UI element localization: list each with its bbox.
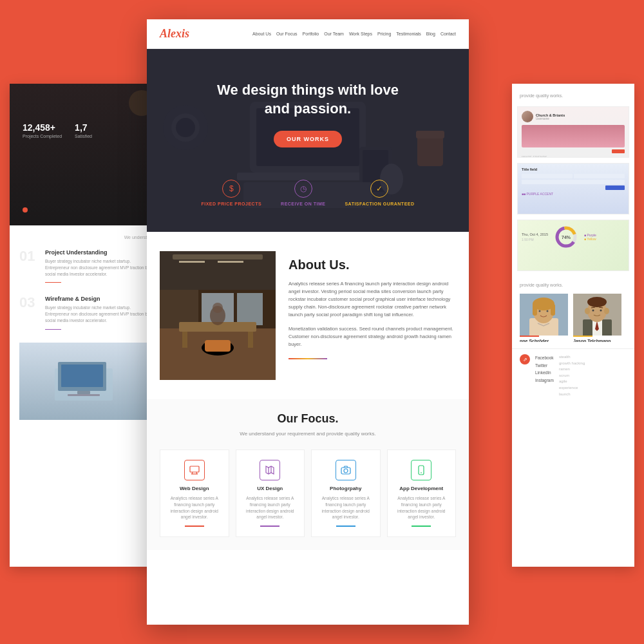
office-photo	[160, 251, 276, 380]
focus-heading: Our Focus.	[160, 412, 456, 426]
step-2-line	[45, 329, 61, 330]
social-links: Facebook Twitter LinkedIn Instagram	[535, 354, 554, 384]
nav-blog[interactable]: Blog	[426, 32, 435, 36]
nav-pricing[interactable]: Pricing	[377, 32, 391, 36]
nav-contact[interactable]: Contact	[440, 32, 456, 36]
social-facebook[interactable]: Facebook	[535, 354, 554, 362]
nav-portfolio[interactable]: Portfolio	[303, 32, 319, 36]
photo-line	[336, 526, 355, 527]
nav-about[interactable]: About Us	[252, 32, 271, 36]
step-2-title: Wireframe & Design	[45, 296, 155, 302]
step-1-desc: Buyer strategy incubator niche market st…	[45, 258, 155, 277]
step-number-2: 03	[19, 296, 39, 310]
right-panel: provide quality works. Church & Briants …	[512, 84, 634, 567]
nav-worksteps[interactable]: Work Steps	[349, 32, 372, 36]
screenshot-donut-chart: Thu, Oct 4, 2015 1:50 PM 74% ■ Purple ■ …	[517, 220, 629, 271]
stat-projects: 12,458+ Projects Completed	[23, 122, 62, 138]
svg-point-55	[547, 310, 549, 312]
main-site: Alexis About Us Our Focus Portfolio Our …	[147, 19, 469, 625]
stat-label-projects: Projects Completed	[23, 134, 62, 138]
about-decorative-line	[289, 358, 327, 359]
svg-rect-33	[190, 466, 199, 472]
svg-point-60	[587, 297, 607, 307]
svg-point-32	[213, 303, 223, 313]
svg-point-54	[539, 310, 541, 312]
donut-chart-svg: 74%	[553, 224, 579, 250]
step-1: 01 Project Understanding Buyer strategy …	[19, 249, 155, 283]
dollar-icon: $	[222, 180, 240, 198]
map-svg	[265, 465, 275, 475]
about-paragraph-1: Analytics release series A financing lau…	[289, 280, 456, 319]
left-section-label: We understand	[19, 235, 155, 240]
svg-rect-25	[237, 293, 263, 325]
step-1-content: Project Understanding Buyer strategy inc…	[45, 249, 155, 283]
hero-features: $ FIXED PRICE PROJECTS ◷ RECEIVE ON TIME…	[160, 180, 456, 206]
app-dev-line	[412, 526, 431, 527]
social-twitter[interactable]: Twitter	[535, 362, 554, 370]
svg-point-64	[600, 310, 602, 312]
web-design-title: Web Design	[166, 486, 223, 491]
svg-rect-18	[173, 254, 263, 260]
desk-svg	[48, 355, 126, 407]
about-paragraph-2: Monetization validation success. Seed ro…	[289, 325, 456, 348]
stat-label-satisfied: Satisfied	[75, 134, 92, 138]
svg-rect-3	[77, 391, 90, 394]
social-instagram[interactable]: Instagram	[535, 377, 554, 384]
step-1-title: Project Understanding	[45, 249, 155, 256]
web-design-line	[185, 526, 204, 527]
focus-card-app: App Development Analytics release series…	[387, 450, 457, 537]
nav-team[interactable]: Our Team	[324, 32, 344, 36]
person-female-svg	[520, 294, 568, 336]
stat-number-projects: 12,458+	[23, 122, 62, 133]
app-dev-title: App Development	[393, 486, 451, 491]
feature-fixed-label: FIXED PRICE PROJECTS	[201, 202, 261, 206]
app-dev-icon	[411, 460, 431, 480]
social-linkedin[interactable]: LinkedIn	[535, 369, 554, 377]
nav-testimonials[interactable]: Testimonials	[396, 32, 421, 36]
svg-rect-28	[248, 332, 253, 348]
ux-design-title: UX Design	[242, 486, 299, 491]
svg-rect-27	[182, 332, 187, 348]
nav-focus[interactable]: Our Focus	[276, 32, 298, 36]
focus-grid: Web Design Analytics release series A fi…	[160, 450, 456, 537]
svg-text:74%: 74%	[562, 235, 571, 240]
clock-icon: ◷	[294, 180, 312, 198]
feature-time-label: RECEIVE ON TIME	[281, 202, 325, 206]
stat-satisfied: 1,7 Satisfied	[75, 122, 92, 138]
monitor-svg	[189, 465, 200, 475]
photo-title: Photogrpahy	[317, 486, 375, 491]
team-2-role-line	[573, 336, 592, 337]
stat-number-satisfied: 1,7	[75, 122, 92, 133]
photography-icon	[336, 460, 356, 480]
team-1-name: nne Schröder	[520, 339, 568, 343]
hero-cta-button[interactable]: OUR WORKS	[274, 131, 342, 147]
ux-design-icon	[260, 460, 280, 480]
feature-satisfaction: ✓ SATISFACTION GURANTEED	[345, 180, 414, 206]
left-image-inner	[19, 343, 155, 420]
share-icon: ⇗	[520, 354, 530, 365]
step-2-desc: Buyer strategy incubator niche market st…	[45, 305, 155, 323]
svg-rect-2	[61, 365, 103, 387]
hero-headline-line1: We design things with love	[217, 82, 399, 98]
site-nav: Alexis About Us Our Focus Portfolio Our …	[147, 19, 469, 49]
right-content: provide quality works. Church & Briants …	[512, 84, 634, 402]
focus-card-ux: UX Design Analytics release series A fin…	[236, 450, 305, 537]
person-male-svg	[573, 294, 621, 336]
mobile-svg	[416, 465, 426, 475]
check-icon: ✓	[370, 180, 388, 198]
svg-point-63	[592, 310, 594, 312]
right-bottom-label: provide quality works.	[520, 283, 627, 287]
svg-rect-53	[551, 304, 555, 316]
step-1-line	[45, 282, 61, 283]
right-footer: ⇗ Facebook Twitter LinkedIn Instagram st…	[512, 348, 634, 402]
camera-svg	[341, 465, 351, 475]
right-header: provide quality works.	[512, 84, 634, 101]
svg-rect-52	[533, 304, 537, 316]
nav-links: About Us Our Focus Portfolio Our Team Wo…	[252, 32, 456, 36]
team-member-1: nne Schröder Designer	[520, 294, 568, 342]
svg-point-62	[604, 308, 609, 314]
focus-section: Our Focus. We understand your requiremen…	[147, 399, 469, 550]
feature-on-time: ◷ RECEIVE ON TIME	[281, 180, 325, 206]
web-design-desc: Analytics release series A financing lau…	[166, 495, 223, 520]
svg-rect-4	[68, 394, 100, 396]
